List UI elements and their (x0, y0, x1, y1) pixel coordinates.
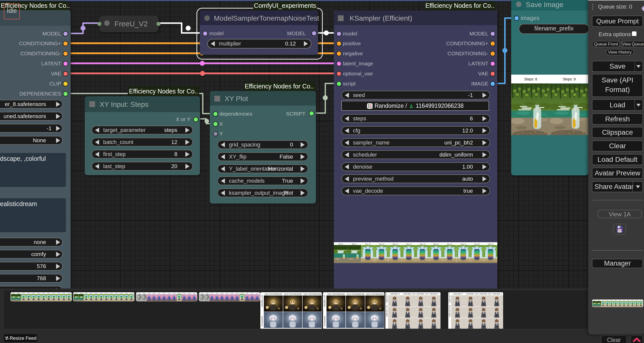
svg-text:Steps: 14: Steps: 14 (420, 243, 425, 245)
svg-text:Steps: 11: Steps: 11 (379, 243, 384, 245)
svg-text:Steps: 20: Steps: 20 (488, 243, 493, 245)
svg-text:Steps: 12: Steps: 12 (392, 243, 398, 245)
svg-text:Steps: 16: Steps: 16 (447, 243, 452, 245)
svg-text:Steps: 9: Steps: 9 (352, 243, 357, 245)
svg-text:Steps: 10: Steps: 10 (365, 243, 370, 245)
svg-text:Steps: 17: Steps: 17 (461, 243, 466, 245)
svg-text:Steps: 18: Steps: 18 (474, 243, 479, 245)
svg-text:Steps: 15: Steps: 15 (433, 243, 438, 245)
svg-text:Steps: 13: Steps: 13 (406, 243, 411, 245)
svg-text:Steps: 8: Steps: 8 (338, 243, 343, 245)
